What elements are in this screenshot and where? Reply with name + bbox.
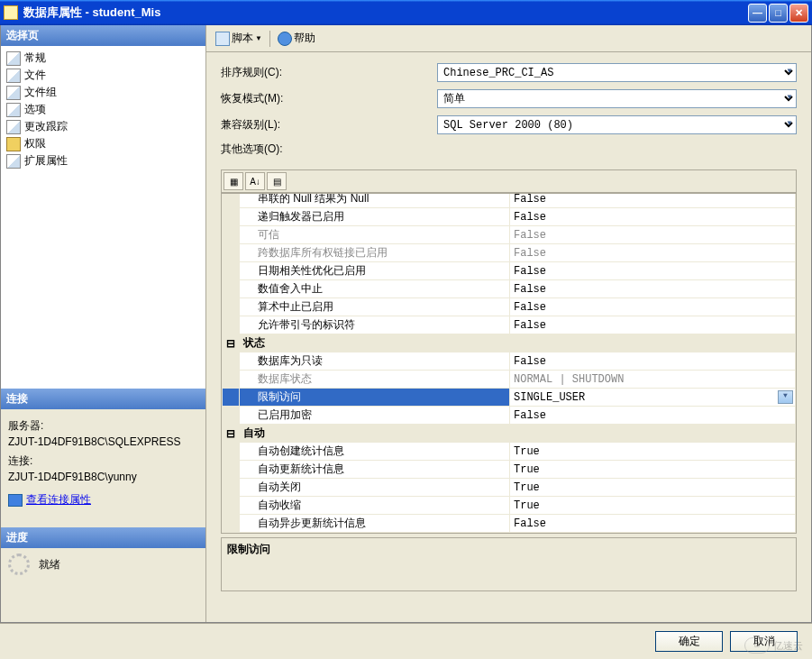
- property-name: 日期相关性优化已启用: [240, 262, 510, 280]
- sidebar-item-extended[interactable]: 扩展属性: [5, 152, 202, 169]
- categorize-button[interactable]: ▦: [224, 172, 243, 190]
- property-name: 算术中止已启用: [240, 298, 510, 316]
- recovery-label: 恢复模式(M):: [221, 91, 437, 106]
- collapse-icon[interactable]: ⊟: [223, 334, 240, 352]
- sidebar-item-label: 文件: [24, 68, 46, 83]
- grid-property-row[interactable]: 可信False: [223, 226, 796, 244]
- property-name: 数值舍入中止: [240, 280, 510, 298]
- script-button[interactable]: 脚本 ▼: [215, 31, 262, 46]
- close-button[interactable]: ✕: [789, 4, 808, 23]
- grid-property-row[interactable]: 自动关闭True: [223, 479, 796, 497]
- property-value[interactable]: False: [510, 316, 796, 334]
- property-value[interactable]: False: [510, 208, 796, 226]
- page-icon: [6, 69, 21, 83]
- category-name: 自动: [240, 425, 796, 443]
- select-page-header: 选择页: [1, 25, 205, 46]
- grid-property-row[interactable]: 已启用加密False: [223, 407, 796, 425]
- app-icon: [4, 5, 18, 20]
- property-value[interactable]: True: [510, 461, 796, 479]
- grid-property-row[interactable]: 数据库状态NORMAL | SHUTDOWN: [223, 371, 796, 389]
- property-value[interactable]: NORMAL | SHUTDOWN: [510, 371, 796, 389]
- window-titlebar: 数据库属性 - student_Mis — □ ✕: [0, 0, 812, 25]
- property-value[interactable]: SINGLE_USER: [510, 389, 796, 407]
- property-value[interactable]: False: [510, 407, 796, 425]
- page-icon: [6, 120, 21, 134]
- sidebar-item-label: 扩展属性: [24, 153, 68, 169]
- property-name: 已启用加密: [240, 407, 510, 425]
- property-value[interactable]: False: [510, 298, 796, 316]
- sidebar-item-options[interactable]: 选项: [5, 101, 202, 118]
- grid-property-row[interactable]: 自动异步更新统计信息False: [223, 515, 796, 533]
- sidebar-item-label: 文件组: [24, 85, 57, 100]
- property-name: 自动异步更新统计信息: [240, 515, 510, 533]
- sidebar-item-filegroups[interactable]: 文件组: [5, 84, 202, 101]
- grid-property-row[interactable]: 允许带引号的标识符False: [223, 316, 796, 334]
- progress-status: 就绪: [39, 557, 60, 572]
- recovery-select[interactable]: 简单: [437, 89, 797, 108]
- collation-select[interactable]: Chinese_PRC_CI_AS: [437, 63, 797, 82]
- property-value[interactable]: False: [510, 226, 796, 244]
- grid-property-row[interactable]: 算术中止已启用False: [223, 298, 796, 316]
- grid-property-row[interactable]: 自动创建统计信息True: [223, 443, 796, 461]
- grid-category-row[interactable]: ⊟状态: [223, 334, 796, 352]
- property-value[interactable]: True: [510, 497, 796, 515]
- category-name: 状态: [240, 334, 796, 352]
- cloud-icon: ∞: [744, 637, 770, 654]
- compat-select[interactable]: SQL Server 2000 (80): [437, 115, 797, 134]
- server-value: ZJUT-1D4DF91B8C\SQLEXPRESS: [8, 435, 198, 448]
- toolbar-label: 帮助: [294, 31, 315, 46]
- help-button[interactable]: 帮助: [278, 31, 315, 46]
- property-value[interactable]: False: [510, 515, 796, 533]
- sidebar-item-label: 常规: [24, 50, 46, 66]
- grid-property-row[interactable]: 串联的 Null 结果为 NullFalse: [223, 193, 796, 208]
- minimize-button[interactable]: —: [748, 4, 767, 23]
- property-name: 自动收缩: [240, 497, 510, 515]
- grid-property-row[interactable]: 自动收缩True: [223, 497, 796, 515]
- connection-label: 连接:: [8, 453, 198, 469]
- sidebar-item-general[interactable]: 常规: [5, 50, 202, 67]
- grid-property-row[interactable]: 数据库为只读False: [223, 352, 796, 371]
- description-box: 限制访问: [221, 537, 797, 591]
- property-value[interactable]: False: [510, 193, 796, 208]
- watermark: ∞ 亿速云: [744, 637, 803, 654]
- collapse-icon[interactable]: ⊟: [223, 425, 240, 443]
- properties-button[interactable]: ▤: [267, 172, 287, 190]
- property-value[interactable]: False: [510, 244, 796, 262]
- sidebar-item-label: 更改跟踪: [24, 119, 68, 134]
- property-name: 数据库为只读: [240, 352, 510, 371]
- grid-property-row[interactable]: 跨数据库所有权链接已启用False: [223, 244, 796, 262]
- ok-button[interactable]: 确定: [655, 631, 723, 652]
- dialog-footer: 确定 取消: [0, 623, 812, 659]
- sidebar-item-label: 权限: [24, 136, 46, 151]
- sidebar-item-label: 选项: [24, 102, 46, 117]
- sidebar-item-files[interactable]: 文件: [5, 67, 202, 84]
- grid-property-row[interactable]: 自动更新统计信息True: [223, 461, 796, 479]
- property-value[interactable]: True: [510, 443, 796, 461]
- other-label: 其他选项(O):: [221, 142, 437, 157]
- collation-label: 排序规则(C):: [221, 65, 437, 80]
- property-name: 限制访问: [240, 389, 510, 407]
- key-icon: [6, 137, 21, 151]
- property-value[interactable]: True: [510, 479, 796, 497]
- toolbar-separator: [269, 31, 270, 47]
- sidebar-item-permissions[interactable]: 权限: [5, 135, 202, 152]
- maximize-button[interactable]: □: [769, 4, 788, 23]
- property-name: 数据库状态: [240, 371, 510, 389]
- description-title: 限制访问: [227, 542, 790, 557]
- grid-property-row[interactable]: 限制访问SINGLE_USER: [223, 389, 796, 407]
- sort-az-button[interactable]: A↓: [245, 172, 265, 190]
- compat-label: 兼容级别(L):: [221, 117, 437, 133]
- grid-property-row[interactable]: 数值舍入中止False: [223, 280, 796, 298]
- property-value[interactable]: False: [510, 262, 796, 280]
- sidebar-item-changetracking[interactable]: 更改跟踪: [5, 118, 202, 135]
- grid-category-row[interactable]: ⊟自动: [223, 425, 796, 443]
- window-title: 数据库属性 - student_Mis: [23, 5, 748, 21]
- property-value[interactable]: False: [510, 280, 796, 298]
- grid-property-row[interactable]: 日期相关性优化已启用False: [223, 262, 796, 280]
- chevron-down-icon: ▼: [255, 34, 262, 42]
- property-grid[interactable]: ANSI 填充已启用FalseVarDecimal 存储格式已启用True参数化…: [221, 193, 797, 534]
- view-connection-props-link[interactable]: 查看连接属性: [8, 492, 198, 508]
- grid-property-row[interactable]: 递归触发器已启用False: [223, 208, 796, 226]
- page-list: 常规 文件 文件组 选项 更改跟踪 权限 扩展属性: [1, 46, 205, 389]
- property-value[interactable]: False: [510, 352, 796, 371]
